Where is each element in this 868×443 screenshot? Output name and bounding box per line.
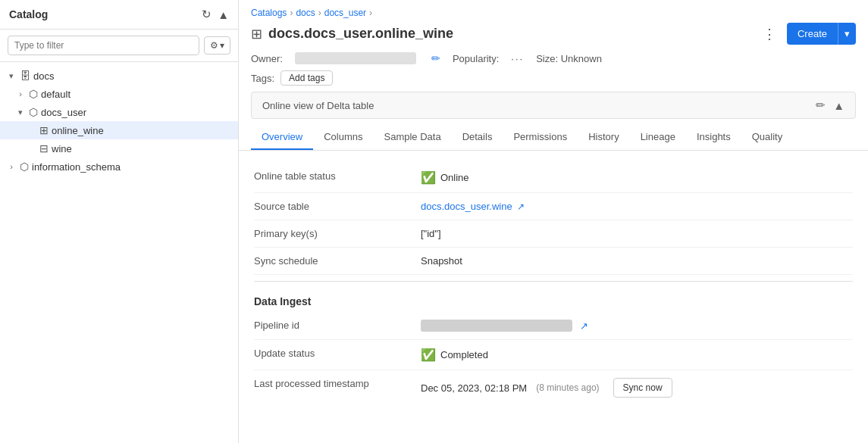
filter-row: ⚙ ▾: [0, 30, 238, 62]
info-value-sync: Snapshot: [421, 255, 462, 267]
info-label-update-status: Update status: [254, 348, 421, 359]
source-table-link[interactable]: docs.docs_user.wine: [421, 201, 512, 212]
info-value-status: ✅ Online: [421, 170, 469, 185]
tab-quality[interactable]: Quality: [741, 125, 793, 150]
owner-value-bar: [295, 52, 416, 64]
breadcrumb-catalogs[interactable]: Catalogs: [251, 8, 287, 18]
info-label-status: Online table status: [254, 170, 421, 182]
tab-history[interactable]: History: [578, 125, 629, 150]
filter-arrow-icon: ▾: [220, 40, 224, 51]
expand-icon: ▾: [15, 108, 26, 117]
collapse-icon[interactable]: ▲: [218, 8, 229, 21]
delta-banner: Online view of Delta table ✏ ▲: [251, 92, 856, 119]
tags-label: Tags:: [251, 73, 274, 84]
timestamp-value: Dec 05, 2023, 02:18 PM: [421, 382, 527, 394]
tree-item-docs-user[interactable]: ▾ ⬡ docs_user: [0, 103, 238, 121]
tags-row: Tags: Add tags: [239, 67, 868, 92]
sync-now-button[interactable]: Sync now: [613, 378, 672, 398]
sidebar: Catalog ↻ ▲ ⚙ ▾ ▾ 🗄 docs › ⬡ default ▾ ⬡…: [0, 0, 239, 443]
breadcrumb-sep1: ›: [290, 8, 293, 18]
filter-icon: ⚙: [210, 40, 218, 51]
info-row-status: Online table status ✅ Online: [254, 163, 853, 193]
external-link-icon[interactable]: ↗: [517, 201, 525, 212]
tree-item-label: default: [41, 89, 232, 100]
breadcrumb-sep2: ›: [318, 8, 321, 18]
table-icon: ⊟: [39, 142, 49, 154]
info-row-update-status: Update status ✅ Completed: [254, 340, 853, 370]
pipeline-external-icon[interactable]: ↗: [580, 320, 588, 332]
tab-insights[interactable]: Insights: [686, 125, 741, 150]
expand-icon: ▾: [6, 71, 17, 81]
tree-item-label: docs_user: [41, 107, 232, 118]
add-tags-button[interactable]: Add tags: [280, 70, 333, 86]
edit-owner-icon[interactable]: ✏: [431, 52, 440, 64]
breadcrumb-sep3: ›: [369, 8, 372, 18]
edit-banner-icon[interactable]: ✏: [816, 98, 826, 112]
sidebar-title: Catalog: [9, 8, 48, 20]
tree-item-docs[interactable]: ▾ 🗄 docs: [0, 67, 238, 85]
online-table-page-icon: ⊞: [251, 26, 262, 42]
info-row-timestamp: Last processed timestamp Dec 05, 2023, 0…: [254, 370, 853, 405]
section-heading-data-ingest: Data Ingest: [254, 288, 853, 312]
tab-overview[interactable]: Overview: [251, 125, 313, 150]
create-button-arrow[interactable]: ▾: [838, 23, 856, 45]
page-header: ⊞ docs.docs_user.online_wine ⋮ Create ▾: [239, 18, 868, 49]
online-status-text: Online: [440, 172, 469, 183]
tree-item-wine[interactable]: ⊟ wine: [0, 139, 238, 158]
breadcrumb: Catalogs › docs › docs_user ›: [239, 0, 868, 18]
info-value-timestamp: Dec 05, 2023, 02:18 PM (8 minutes ago) S…: [421, 378, 672, 398]
info-label-primary-key: Primary key(s): [254, 228, 421, 239]
schema-icon: ⬡: [20, 161, 29, 173]
main-panel: Catalogs › docs › docs_user › ⊞ docs.doc…: [239, 0, 868, 443]
create-button[interactable]: Create ▾: [787, 23, 856, 45]
tab-permissions[interactable]: Permissions: [503, 125, 578, 150]
sidebar-header: Catalog ↻ ▲: [0, 0, 238, 30]
more-options-button[interactable]: ⋮: [758, 24, 781, 44]
online-table-icon: ⊞: [39, 124, 49, 136]
info-row-source: Source table docs.docs_user.wine ↗: [254, 193, 853, 220]
info-value-primary-key: ["id"]: [421, 228, 441, 239]
tab-lineage[interactable]: Lineage: [630, 125, 686, 150]
tree-item-label: online_wine: [52, 125, 232, 136]
create-button-label: Create: [787, 23, 838, 45]
completed-status-text: Completed: [440, 349, 488, 360]
tree-item-default[interactable]: › ⬡ default: [0, 85, 238, 103]
online-status-icon: ✅: [421, 170, 436, 185]
popularity-label: Popularity:: [453, 53, 499, 64]
breadcrumb-docs-user[interactable]: docs_user: [324, 8, 366, 18]
info-row-pipeline: Pipeline id ↗: [254, 312, 853, 340]
delta-banner-text: Online view of Delta table: [262, 100, 374, 111]
info-label-source: Source table: [254, 201, 421, 212]
tabs-bar: Overview Columns Sample Data Details Per…: [239, 125, 868, 151]
expand-icon: ›: [15, 89, 26, 98]
completed-status-icon: ✅: [421, 348, 436, 362]
expand-icon: ›: [6, 162, 17, 171]
sidebar-header-icons: ↻ ▲: [202, 8, 229, 21]
owner-label: Owner:: [251, 53, 283, 64]
info-row-primary-key: Primary key(s) ["id"]: [254, 220, 853, 248]
info-value-update-status: ✅ Completed: [421, 348, 488, 362]
tab-details[interactable]: Details: [452, 125, 503, 150]
info-label-sync: Sync schedule: [254, 255, 421, 267]
filter-button[interactable]: ⚙ ▾: [204, 36, 230, 55]
tab-sample-data[interactable]: Sample Data: [373, 125, 451, 150]
catalog-tree: ▾ 🗄 docs › ⬡ default ▾ ⬡ docs_user ⊞ onl…: [0, 62, 238, 443]
size-label: Size: Unknown: [536, 53, 602, 64]
tree-item-online-wine[interactable]: ⊞ online_wine: [0, 121, 238, 139]
meta-row: Owner: ✏ Popularity: ··· Size: Unknown: [239, 49, 868, 67]
page-title: docs.docs_user.online_wine: [268, 26, 752, 42]
info-value-pipeline: ↗: [421, 320, 588, 332]
tab-columns[interactable]: Columns: [313, 125, 373, 150]
tree-item-label: information_schema: [32, 161, 232, 173]
filter-input[interactable]: [8, 36, 199, 55]
collapse-banner-icon[interactable]: ▲: [833, 99, 844, 112]
info-label-timestamp: Last processed timestamp: [254, 378, 421, 389]
breadcrumb-docs[interactable]: docs: [296, 8, 315, 18]
timestamp-note: (8 minutes ago): [536, 382, 599, 393]
delta-banner-icons: ✏ ▲: [816, 98, 844, 112]
info-label-pipeline: Pipeline id: [254, 320, 421, 331]
refresh-icon[interactable]: ↻: [202, 8, 212, 21]
popularity-dots: ···: [511, 53, 524, 64]
header-actions: ⋮ Create ▾: [758, 23, 856, 45]
tree-item-information-schema[interactable]: › ⬡ information_schema: [0, 158, 238, 176]
